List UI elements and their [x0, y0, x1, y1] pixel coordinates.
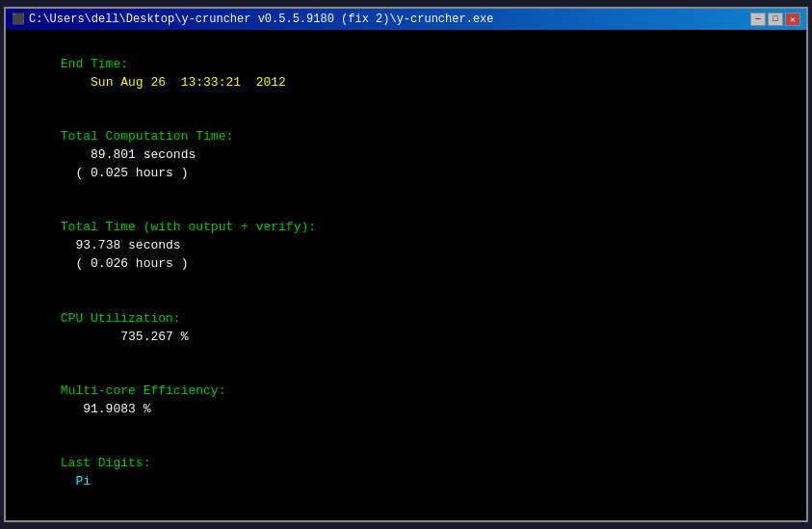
last-digits-label: Last Digits:: [61, 456, 151, 470]
last-digits-line: Last Digits: Pi: [15, 437, 797, 510]
total-time-hours: ( 0.026 hours ): [61, 256, 189, 271]
end-time-label: End Time:: [61, 57, 128, 71]
cpu-util-label: CPU Utilization:: [61, 311, 181, 326]
main-window: ⬛ C:\Users\dell\Desktop\y-cruncher v0.5.…: [4, 7, 808, 522]
total-time-line: Total Time (with output + verify): 93.73…: [15, 201, 797, 292]
total-time-seconds: 93.738 seconds: [61, 238, 181, 252]
console-output: End Time: Sun Aug 26 13:33:21 2012 Total…: [6, 30, 806, 520]
window-icon: ⬛: [12, 13, 25, 26]
total-comp-line: Total Computation Time: 89.801 seconds (…: [15, 110, 797, 200]
title-bar-buttons: ─ □ ✕: [750, 13, 800, 26]
total-comp-hours: ( 0.025 hours ): [61, 166, 189, 180]
total-time-label: Total Time (with output + verify):: [61, 220, 316, 234]
maximize-button[interactable]: □: [768, 13, 783, 26]
end-time-value: Sun Aug 26 13:33:21 2012: [61, 75, 286, 90]
window-title: C:\Users\dell\Desktop\y-cruncher v0.5.5.…: [29, 13, 493, 26]
multicore-line: Multi-core Efficiency: 91.9083 %: [15, 364, 797, 436]
title-bar: ⬛ C:\Users\dell\Desktop\y-cruncher v0.5.…: [6, 9, 806, 30]
total-comp-seconds: 89.801 seconds: [61, 147, 196, 162]
multicore-label: Multi-core Efficiency:: [61, 384, 226, 398]
cpu-util-value: 735.267 %: [61, 330, 189, 344]
last-digits-pi: Pi: [61, 474, 91, 489]
end-time-line: End Time: Sun Aug 26 13:33:21 2012: [15, 38, 797, 110]
title-bar-left: ⬛ C:\Users\dell\Desktop\y-cruncher v0.5.…: [12, 13, 493, 26]
multicore-value: 91.9083 %: [61, 402, 151, 416]
total-comp-label: Total Computation Time:: [61, 129, 233, 144]
digits-row1: 3673748634 2742427296 0219667627 3141599…: [15, 510, 797, 520]
close-button[interactable]: ✕: [785, 13, 800, 26]
minimize-button[interactable]: ─: [750, 13, 766, 26]
cpu-util-line: CPU Utilization: 735.267 %: [15, 292, 797, 364]
